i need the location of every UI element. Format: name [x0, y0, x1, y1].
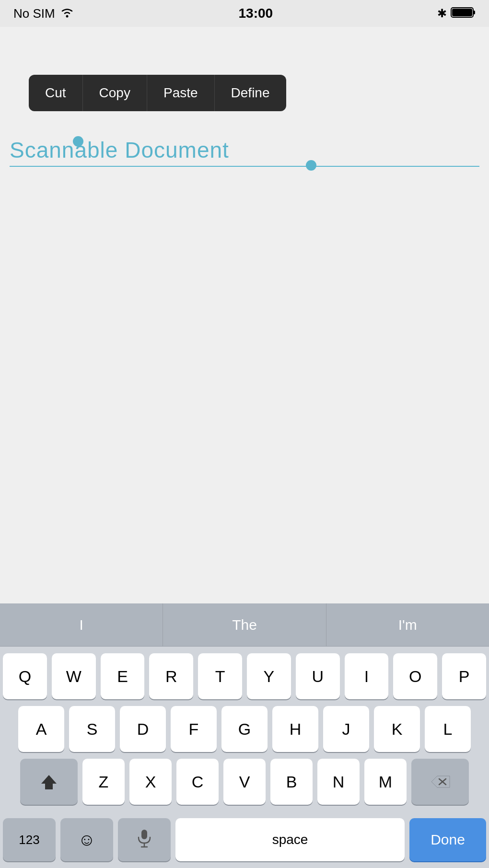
key-v[interactable]: V	[223, 759, 266, 805]
key-n[interactable]: N	[317, 759, 360, 805]
text-field-line: Scannable Document	[10, 137, 479, 167]
suggestion-the[interactable]: The	[163, 603, 326, 646]
key-b[interactable]: B	[270, 759, 313, 805]
delete-key[interactable]	[411, 759, 469, 805]
key-x[interactable]: X	[129, 759, 172, 805]
key-y[interactable]: Y	[247, 653, 291, 699]
status-right: ✱	[437, 6, 476, 21]
suggestion-im[interactable]: I'm	[326, 603, 489, 646]
cut-button[interactable]: Cut	[29, 75, 83, 111]
copy-button[interactable]: Copy	[83, 75, 147, 111]
svg-point-0	[66, 15, 68, 17]
selected-text[interactable]: Scannable Document	[10, 137, 229, 163]
key-g[interactable]: G	[221, 706, 268, 752]
keyboard-row-1: Q W E R T Y U I O P	[3, 653, 486, 699]
text-field-area: Scannable Document	[10, 137, 479, 167]
keyboard-keys: Q W E R T Y U I O P A S D F G H J K L	[0, 647, 489, 805]
svg-marker-4	[41, 775, 57, 789]
carrier-label: No SIM	[13, 6, 55, 21]
key-z[interactable]: Z	[82, 759, 125, 805]
emoji-icon: ☺	[78, 830, 96, 850]
key-o[interactable]: O	[393, 653, 437, 699]
wifi-icon	[60, 6, 74, 21]
selection-handle-right[interactable]	[306, 160, 316, 171]
suggestions-bar: I The I'm	[0, 603, 489, 647]
svg-rect-7	[141, 830, 147, 839]
key-i[interactable]: I	[345, 653, 389, 699]
paste-button[interactable]: Paste	[147, 75, 215, 111]
status-left: No SIM	[13, 6, 74, 21]
main-area: Cut Copy Paste Define Scannable Document	[0, 27, 489, 603]
key-j[interactable]: J	[323, 706, 369, 752]
keyboard-row-2: A S D F G H J K L	[3, 706, 486, 752]
key-s[interactable]: S	[69, 706, 115, 752]
mic-icon	[137, 829, 152, 851]
emoji-key[interactable]: ☺	[60, 818, 113, 861]
done-key[interactable]: Done	[409, 818, 486, 861]
key-l[interactable]: L	[425, 706, 471, 752]
key-d[interactable]: D	[120, 706, 166, 752]
key-p[interactable]: P	[442, 653, 486, 699]
key-q[interactable]: Q	[3, 653, 47, 699]
context-menu: Cut Copy Paste Define	[29, 75, 286, 111]
key-r[interactable]: R	[149, 653, 193, 699]
shift-key[interactable]	[20, 759, 78, 805]
keyboard-row-3: Z X C V B N M	[3, 759, 486, 805]
define-button[interactable]: Define	[215, 75, 286, 111]
microphone-key[interactable]	[118, 818, 171, 861]
key-t[interactable]: T	[198, 653, 242, 699]
suggestion-i[interactable]: I	[0, 603, 163, 646]
battery-icon	[451, 6, 476, 21]
key-a[interactable]: A	[18, 706, 64, 752]
bluetooth-icon: ✱	[437, 7, 447, 20]
key-u[interactable]: U	[296, 653, 340, 699]
key-e[interactable]: E	[101, 653, 145, 699]
key-f[interactable]: F	[171, 706, 217, 752]
key-h[interactable]: H	[272, 706, 318, 752]
keyboard-area: I The I'm Q W E R T Y U I O P A S D F G …	[0, 603, 489, 868]
status-bar: No SIM 13:00 ✱	[0, 0, 489, 27]
key-m[interactable]: M	[364, 759, 407, 805]
space-key[interactable]: space	[175, 818, 405, 861]
bottom-bar: 123 ☺ space Done	[0, 811, 489, 868]
key-k[interactable]: K	[374, 706, 420, 752]
time-display: 13:00	[239, 6, 273, 21]
svg-rect-2	[473, 11, 475, 14]
number-key[interactable]: 123	[3, 818, 56, 861]
key-c[interactable]: C	[176, 759, 219, 805]
svg-rect-3	[452, 9, 472, 16]
key-w[interactable]: W	[52, 653, 96, 699]
